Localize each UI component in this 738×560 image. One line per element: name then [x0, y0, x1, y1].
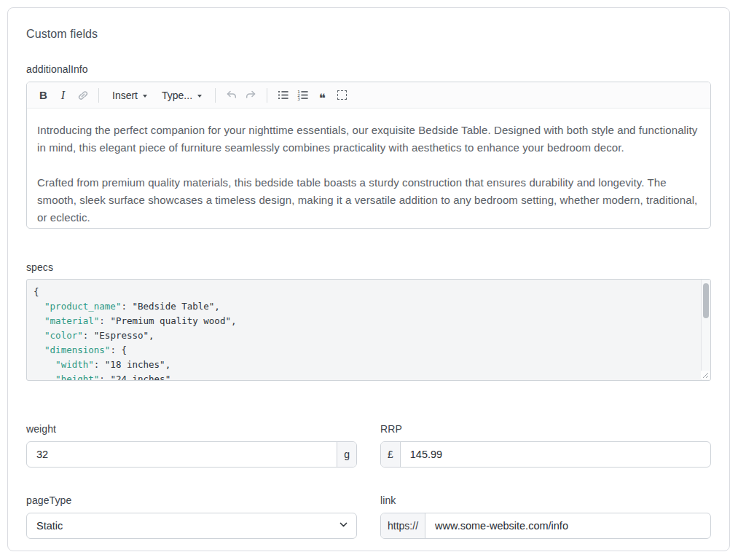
resize-handle[interactable]: [701, 371, 710, 379]
weight-input-group: g: [26, 441, 357, 468]
rrp-field: RRP £: [380, 423, 711, 468]
pagetype-select[interactable]: Static: [26, 513, 357, 539]
pagetype-field: pageType Static: [26, 494, 357, 539]
link-input[interactable]: [425, 513, 710, 538]
frame-button[interactable]: [332, 85, 352, 105]
ordered-list-icon: 1 2 3: [296, 88, 310, 102]
rrp-input[interactable]: [401, 442, 710, 467]
editor-paragraph: Crafted from premium quality materials, …: [37, 174, 700, 226]
undo-icon: [224, 88, 238, 102]
weight-unit-addon: g: [337, 442, 356, 467]
scrollbar-thumb[interactable]: [703, 283, 709, 318]
specs-label: specs: [26, 261, 711, 273]
toolbar-divider: [267, 88, 267, 103]
numbered-list-button[interactable]: 1 2 3: [293, 85, 313, 105]
specs-code-area[interactable]: { "product_name": "Bedside Table", "mate…: [26, 279, 711, 381]
currency-addon: £: [381, 442, 401, 467]
custom-fields-card: Custom fields additionalInfo B I Insert: [7, 7, 730, 551]
type-dropdown-label: Type...: [162, 90, 192, 101]
chevron-down-icon: [197, 95, 202, 98]
code-line: {: [34, 285, 693, 299]
weight-input[interactable]: [27, 442, 337, 467]
toolbar-divider: [98, 88, 99, 103]
bold-button[interactable]: B: [34, 85, 53, 105]
fields-grid: weight g RRP £ pageType Static: [26, 423, 711, 539]
rich-text-editor: B I Insert Type...: [26, 82, 711, 229]
chevron-down-icon: [143, 95, 147, 98]
link-icon: [76, 89, 90, 102]
frame-icon: [337, 90, 347, 100]
editor-content[interactable]: Introducing the perfect companion for yo…: [27, 109, 710, 226]
insert-dropdown-label: Insert: [112, 90, 138, 101]
link-button[interactable]: [73, 85, 93, 105]
blockquote-button[interactable]: ❝: [313, 85, 332, 105]
link-label: link: [380, 494, 711, 506]
redo-button[interactable]: [241, 85, 261, 105]
pagetype-select-wrap: Static: [26, 513, 357, 539]
link-input-group: https://: [380, 513, 711, 539]
unordered-list-icon: [276, 88, 290, 102]
redo-icon: [244, 88, 258, 102]
editor-toolbar: B I Insert Type...: [27, 82, 710, 109]
weight-field: weight g: [26, 423, 357, 468]
code-line: "color": "Espresso",: [34, 328, 693, 343]
toolbar-divider: [215, 88, 216, 103]
editor-paragraph: Introducing the perfect companion for yo…: [37, 122, 700, 157]
blockquote-icon: ❝: [319, 89, 326, 102]
code-line: "product_name": "Bedside Table",: [34, 299, 693, 314]
code-line: "width": "18 inches",: [34, 358, 693, 372]
rrp-input-group: £: [380, 441, 711, 468]
page-title: Custom fields: [26, 28, 711, 41]
protocol-addon: https://: [381, 513, 425, 538]
link-field: link https://: [380, 494, 711, 539]
insert-dropdown[interactable]: Insert: [106, 85, 153, 105]
code-line: "dimensions": {: [34, 343, 693, 358]
rrp-label: RRP: [380, 423, 711, 435]
weight-label: weight: [26, 423, 357, 435]
code-line: "height": "24 inches",: [34, 372, 693, 381]
additionalinfo-label: additionalInfo: [26, 63, 711, 75]
pagetype-label: pageType: [26, 494, 357, 506]
italic-button[interactable]: I: [53, 85, 73, 105]
undo-button[interactable]: [221, 85, 241, 105]
code-line: "material": "Premium quality wood",: [34, 314, 693, 328]
scrollbar[interactable]: [701, 280, 710, 380]
svg-text:3: 3: [297, 97, 300, 101]
type-dropdown[interactable]: Type...: [156, 85, 208, 105]
bullet-list-button[interactable]: [273, 85, 293, 105]
